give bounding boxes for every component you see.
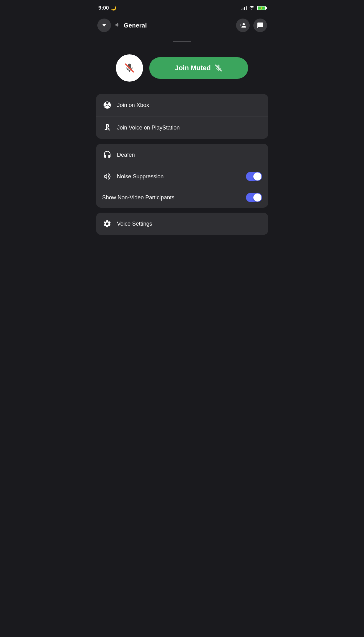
channel-info: General — [115, 21, 147, 30]
signal-icon — [241, 6, 247, 10]
join-xbox-item[interactable]: Join on Xbox — [96, 94, 268, 116]
status-bar: 9:00 🌙 ⚡ — [91, 0, 273, 15]
chevron-down-icon — [102, 24, 106, 27]
platform-card: Join on Xbox Join Voice on PlayStation — [96, 94, 268, 139]
noise-suppression-left: Noise Suppression — [102, 172, 164, 181]
chat-button[interactable] — [253, 19, 267, 32]
time-label: 9:00 — [99, 5, 109, 11]
join-playstation-item[interactable]: Join Voice on PlayStation — [96, 116, 268, 139]
moon-icon: 🌙 — [111, 6, 116, 11]
status-time: 9:00 🌙 — [99, 5, 116, 11]
join-muted-button[interactable]: Join Muted — [149, 57, 248, 79]
deafen-icon — [102, 150, 112, 160]
show-non-video-row: Show Non-Video Participants — [96, 187, 268, 208]
join-xbox-label: Join on Xbox — [117, 102, 149, 108]
toggle-knob-2 — [253, 193, 261, 202]
voice-settings-item[interactable]: Voice Settings — [96, 213, 268, 235]
deafen-label: Deafen — [117, 152, 135, 158]
join-muted-label: Join Muted — [175, 64, 211, 72]
drag-handle — [91, 36, 273, 45]
speaker-icon — [115, 21, 121, 30]
xbox-icon — [102, 100, 112, 110]
drag-bar — [173, 41, 191, 42]
add-user-button[interactable] — [236, 19, 250, 32]
action-area: Join Muted — [91, 45, 273, 94]
playstation-icon — [102, 123, 112, 133]
wifi-icon — [249, 6, 255, 11]
header: General — [91, 15, 273, 36]
collapse-button[interactable] — [97, 19, 111, 32]
show-non-video-label: Show Non-Video Participants — [102, 194, 175, 201]
show-non-video-toggle[interactable] — [246, 193, 262, 202]
noise-suppression-label: Noise Suppression — [117, 173, 164, 180]
toggle-knob — [253, 172, 261, 180]
muted-mic-icon — [124, 63, 135, 73]
header-left: General — [97, 19, 147, 32]
header-right — [236, 19, 267, 32]
gear-icon — [102, 219, 112, 229]
voice-settings-label: Voice Settings — [117, 221, 152, 227]
voice-settings-card: Voice Settings — [96, 213, 268, 235]
deafen-item[interactable]: Deafen — [96, 144, 268, 166]
voice-options-card: Deafen Noise Suppression Show Non-Video … — [96, 144, 268, 208]
battery-icon: ⚡ — [257, 6, 266, 10]
show-non-video-left: Show Non-Video Participants — [102, 194, 175, 201]
join-playstation-label: Join Voice on PlayStation — [117, 125, 180, 131]
join-muted-mic-icon — [214, 64, 222, 72]
noise-suppression-toggle[interactable] — [246, 172, 262, 181]
muted-mic-button[interactable] — [116, 54, 143, 82]
status-icons: ⚡ — [241, 6, 266, 11]
noise-suppression-row: Noise Suppression — [96, 166, 268, 187]
noise-suppression-icon — [102, 172, 112, 181]
channel-name-label: General — [124, 22, 147, 29]
